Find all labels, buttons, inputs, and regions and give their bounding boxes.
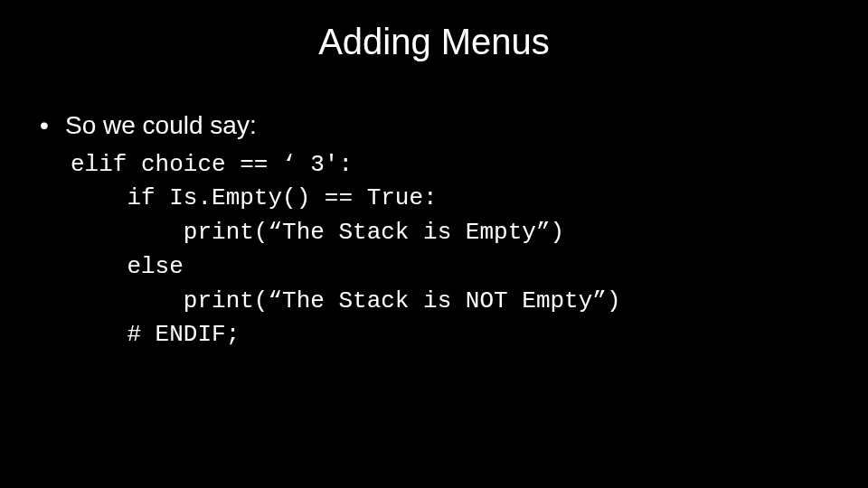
bullet-item: • So we could say: — [36, 108, 832, 143]
code-line: elif choice == ‘ 3': — [71, 151, 353, 178]
slide-body: • So we could say: elif choice == ‘ 3': … — [36, 108, 832, 352]
code-line: else — [71, 253, 184, 280]
code-line: # ENDIF; — [71, 321, 240, 348]
slide-title: Adding Menus — [0, 22, 868, 62]
code-line: if Is.Empty() == True: — [71, 184, 438, 211]
code-line: print(“The Stack is NOT Empty”) — [71, 287, 621, 314]
bullet-text: So we could say: — [65, 108, 832, 143]
code-line: print(“The Stack is Empty”) — [71, 219, 564, 246]
code-block: elif choice == ‘ 3': if Is.Empty() == Tr… — [71, 148, 832, 352]
slide: Adding Menus • So we could say: elif cho… — [0, 0, 868, 488]
bullet-dot: • — [36, 108, 65, 143]
